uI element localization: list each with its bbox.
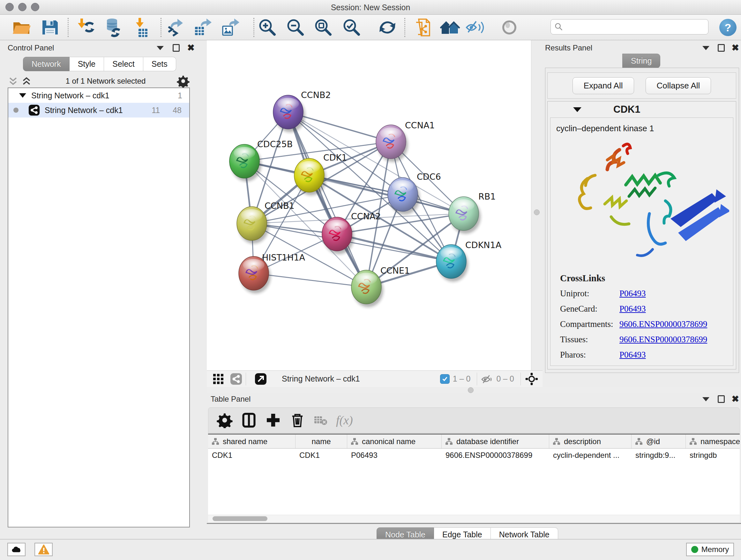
- pan-crosshair-icon[interactable]: [525, 373, 538, 385]
- network-canvas[interactable]: CCNB2CCNA1CDC25BCDK1CDC6RB1CCNB1CCNA2CDK…: [207, 40, 531, 370]
- tab-select[interactable]: Select: [104, 57, 143, 71]
- cloud-status-button[interactable]: [7, 543, 25, 556]
- export-table-button[interactable]: [193, 17, 213, 38]
- zoom-fit-button[interactable]: [313, 17, 333, 38]
- gear-icon[interactable]: [177, 75, 190, 87]
- horizontal-splitter[interactable]: [207, 387, 741, 393]
- table-settings-gear-icon[interactable]: [217, 412, 232, 428]
- zoom-in-button[interactable]: [257, 17, 278, 38]
- splitter-handle[interactable]: [534, 209, 540, 215]
- tree-expander-icon[interactable]: [19, 93, 26, 98]
- network-node-HIST1H1A[interactable]: HIST1H1A: [239, 253, 306, 294]
- table-row[interactable]: CDK1CDK1P064939606.ENSP00000378699cyclin…: [208, 449, 740, 462]
- panel-float-button[interactable]: [718, 395, 725, 403]
- panel-close-button[interactable]: ✖: [187, 44, 195, 52]
- import-table-icon: [131, 17, 152, 38]
- share-view-icon[interactable]: [230, 373, 243, 385]
- memory-button[interactable]: Memory: [686, 543, 734, 556]
- open-session-button[interactable]: [11, 17, 32, 38]
- add-column-icon[interactable]: [265, 412, 281, 428]
- network-node-CCNB2[interactable]: CCNB2: [273, 90, 331, 132]
- hide-selected-button[interactable]: [465, 17, 486, 38]
- network-node-CDK1[interactable]: CDK1: [294, 152, 347, 195]
- network-view-toolbar: String Network – cdk1 1 – 0 0 – 0: [207, 370, 542, 387]
- import-network-button[interactable]: [76, 17, 96, 38]
- tab-string[interactable]: String: [622, 54, 660, 68]
- warnings-button[interactable]: [35, 543, 53, 556]
- home-view-button[interactable]: [440, 17, 461, 38]
- open-in-new-icon[interactable]: [254, 373, 267, 385]
- crosslink-link[interactable]: P06493: [619, 304, 646, 314]
- network-selection-row: 1 of 1 Network selected: [8, 75, 190, 87]
- network-node-CCNE1[interactable]: CCNE1: [351, 266, 410, 307]
- section-expander-icon[interactable]: [573, 107, 582, 112]
- panel-close-button[interactable]: ✖: [732, 395, 739, 403]
- panel-menu-button[interactable]: [702, 46, 710, 50]
- crosslink-link[interactable]: P06493: [619, 289, 646, 299]
- cell-name[interactable]: CDK1: [295, 449, 347, 462]
- birdseye-grid-icon[interactable]: [212, 373, 225, 385]
- crosslink-link[interactable]: P06493: [619, 350, 646, 360]
- column-header-sharedname[interactable]: shared name: [208, 435, 295, 448]
- show-columns-icon[interactable]: [241, 412, 257, 428]
- panel-close-button[interactable]: ✖: [732, 44, 739, 52]
- search-input[interactable]: [563, 20, 708, 33]
- splitter-handle[interactable]: [468, 387, 474, 393]
- column-header-description[interactable]: description: [549, 435, 631, 448]
- network-graph[interactable]: CCNB2CCNA1CDC25BCDK1CDC6RB1CCNB1CCNA2CDK…: [207, 40, 531, 370]
- panel-float-button[interactable]: [718, 44, 725, 52]
- memory-label: Memory: [701, 545, 729, 554]
- network-node-CDC25B[interactable]: CDC25B: [229, 139, 293, 181]
- export-image-button[interactable]: [221, 17, 241, 38]
- expand-all-button[interactable]: Expand All: [572, 77, 634, 94]
- cell-canonicalname[interactable]: P06493: [347, 449, 442, 462]
- expand-all-icon[interactable]: [21, 76, 32, 86]
- refresh-button[interactable]: [377, 17, 398, 38]
- save-session-button[interactable]: [40, 17, 60, 38]
- network-collection-row[interactable]: String Network – cdk1 1: [8, 88, 189, 103]
- network-node-CDC6[interactable]: CDC6: [388, 172, 441, 214]
- network-node-RB1[interactable]: RB1: [449, 192, 495, 234]
- tab-network[interactable]: Network: [23, 57, 70, 71]
- cell-namespace[interactable]: stringdb: [686, 449, 740, 462]
- zoom-selected-button[interactable]: [341, 17, 362, 38]
- cell-sharedname[interactable]: CDK1: [208, 449, 295, 462]
- zoom-out-button[interactable]: [285, 17, 306, 38]
- tab-style[interactable]: Style: [70, 57, 105, 71]
- crosslink-link[interactable]: 9606.ENSP00000378699: [619, 319, 707, 329]
- collapse-all-icon[interactable]: [8, 76, 18, 86]
- show-all-button[interactable]: [499, 17, 520, 38]
- import-database-button[interactable]: [103, 17, 124, 38]
- table-toolbar: f(x): [208, 408, 740, 433]
- tab-sets[interactable]: Sets: [143, 57, 176, 71]
- vertical-splitter[interactable]: [531, 40, 542, 370]
- network-row[interactable]: String Network – cdk1 11 48: [8, 103, 189, 118]
- column-header-name[interactable]: name: [295, 435, 347, 448]
- crosslink-link[interactable]: 9606.ENSP00000378699: [619, 334, 707, 345]
- column-header-id[interactable]: @id: [631, 435, 686, 448]
- toolbar-search-field[interactable]: [550, 19, 709, 35]
- crosslink-row: Uniprot:P06493: [560, 289, 707, 299]
- import-table-button[interactable]: [131, 17, 152, 38]
- horizontal-scrollbar[interactable]: [208, 515, 740, 522]
- network-edge-HIST1H1A-CCNE1[interactable]: [254, 273, 366, 287]
- selected-checkbox[interactable]: [440, 374, 450, 384]
- column-header-namespace[interactable]: namespace: [686, 435, 740, 448]
- help-button[interactable]: ?: [719, 19, 737, 36]
- panel-float-button[interactable]: [173, 44, 180, 52]
- gene-section-header[interactable]: CDK1: [548, 102, 736, 118]
- cell-id[interactable]: stringdb:9...: [631, 449, 686, 462]
- table-panel: Table Panel ✖: [207, 393, 741, 539]
- clone-network-button[interactable]: [414, 17, 434, 38]
- panel-menu-button[interactable]: [157, 46, 164, 50]
- network-node-CDKN1A[interactable]: CDKN1A: [436, 240, 502, 282]
- cell-databaseidentifier[interactable]: 9606.ENSP00000378699: [442, 449, 549, 462]
- panel-menu-button[interactable]: [702, 397, 710, 401]
- export-network-button[interactable]: [165, 17, 186, 38]
- scrollbar-thumb[interactable]: [212, 516, 267, 521]
- cell-description[interactable]: cyclin-dependent ...: [549, 449, 631, 462]
- collapse-all-button[interactable]: Collapse All: [646, 77, 711, 94]
- column-header-canonicalname[interactable]: canonical name: [347, 435, 442, 448]
- delete-column-trash-icon[interactable]: [289, 412, 306, 428]
- column-header-databaseidentifier[interactable]: database identifier: [442, 435, 549, 448]
